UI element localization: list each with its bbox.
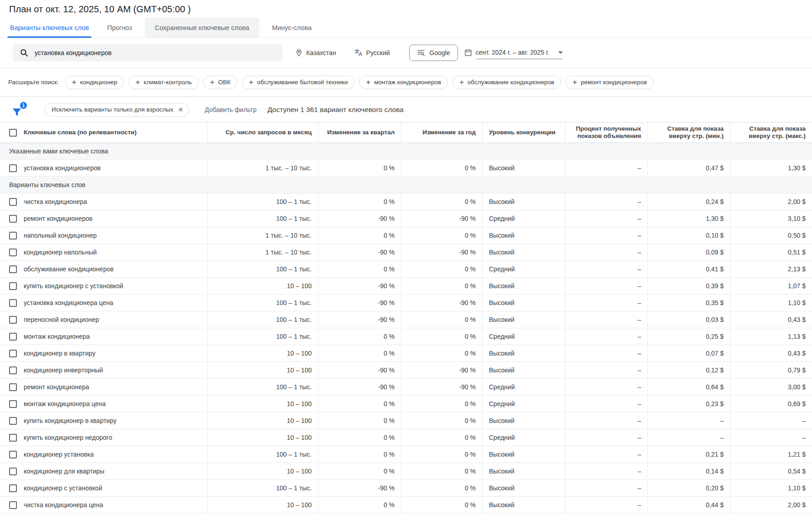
chip-label: ремонт кондиционеров (581, 79, 647, 86)
keyword-cell: установка кондиционера цена (0, 295, 207, 311)
cell-qoq: -90 % (318, 295, 401, 311)
table-row: купить кондиционер недорого10 – 1000 %0 … (0, 429, 812, 446)
cell-yoy: 0 % (401, 497, 482, 513)
language-label: Русский (366, 49, 390, 56)
keyword-text: чистка кондиционера цена (24, 501, 103, 509)
cell-yoy: 0 % (401, 345, 482, 361)
tab-keyword-ideas[interactable]: Варианты ключевых слов (7, 18, 92, 37)
header-bid-high[interactable]: Ставка для показа вверху стр. (макс.) (730, 122, 812, 142)
tab-saved-keywords[interactable]: Сохраненные ключевые слова (145, 18, 259, 37)
add-filter-button[interactable]: Добавить фильтр (205, 106, 257, 113)
keyword-cell: чистка кондиционера (0, 193, 207, 210)
keyword-cell: кондиционер в квартиру (0, 345, 207, 361)
table-header-row: Ключевые слова (по релевантности) Ср. чи… (0, 122, 812, 143)
header-volume[interactable]: Ср. число запросов в месяц (207, 122, 318, 142)
broaden-chip[interactable]: +обслуживание бытовой техники (242, 76, 355, 89)
header-quarterly-change[interactable]: Изменение за квартал (318, 122, 401, 142)
plus-icon: + (135, 78, 140, 86)
cell-yoy: 0 % (401, 446, 482, 463)
row-checkbox[interactable] (9, 215, 17, 223)
keyword-text: напольный кондиционер (24, 232, 97, 239)
broaden-chip[interactable]: +климат-контроль (128, 76, 198, 89)
network-selector[interactable]: Google (409, 45, 458, 61)
broaden-chip[interactable]: +кондиционер (65, 76, 124, 89)
row-checkbox[interactable] (9, 400, 17, 408)
language-selector[interactable]: Русский (355, 49, 390, 56)
cell-impr-share: – (565, 295, 648, 311)
table-row: переносной кондиционер100 – 1 тыс.-90 %0… (0, 311, 812, 328)
keyword-text: кондиционер установка (24, 451, 94, 458)
header-bid-low[interactable]: Ставка для показа вверху стр. (мин.) (648, 122, 730, 142)
cell-competition: Средний (482, 429, 565, 446)
cell-volume: 10 – 100 (207, 429, 318, 446)
cell-volume: 100 – 1 тыс. (207, 311, 318, 328)
row-checkbox[interactable] (9, 265, 17, 273)
row-checkbox[interactable] (9, 198, 17, 206)
broaden-chip[interactable]: +обслуживание кондиционеров (452, 76, 561, 89)
search-input[interactable]: установка кондиционеров (13, 44, 283, 61)
broaden-chip[interactable]: +ОВК (203, 76, 237, 89)
cell-impr-share: – (565, 278, 648, 294)
cell-volume: 10 – 100 (207, 497, 318, 513)
row-checkbox[interactable] (9, 232, 17, 239)
keyword-text: купить кондиционер с установкой (24, 282, 123, 290)
tab-forecast[interactable]: Прогноз (104, 18, 134, 37)
row-checkbox[interactable] (9, 383, 17, 391)
cell-yoy: -90 % (401, 362, 482, 378)
row-checkbox[interactable] (9, 164, 17, 172)
row-checkbox[interactable] (9, 434, 17, 442)
cell-bid-high: 1,10 $ (730, 295, 812, 311)
filter-funnel-button[interactable]: 1 (12, 102, 27, 117)
header-competition[interactable]: Уровень конкуренции (482, 122, 565, 142)
keyword-cell: монтаж кондиционера (0, 328, 207, 345)
row-checkbox[interactable] (9, 299, 17, 307)
row-checkbox[interactable] (9, 366, 17, 374)
chip-label: обслуживание кондиционеров (468, 79, 554, 86)
row-checkbox[interactable] (9, 468, 17, 475)
row-checkbox[interactable] (9, 484, 17, 492)
cell-competition: Средний (482, 210, 565, 227)
keyword-text: обслуживание кондиционеров (24, 265, 113, 273)
cell-bid-low: 0,35 $ (648, 295, 730, 311)
cell-volume: 1 тыс. – 10 тыс. (207, 244, 318, 260)
row-checkbox[interactable] (9, 282, 17, 290)
cell-qoq: 0 % (318, 160, 401, 176)
select-all-checkbox[interactable] (9, 129, 17, 137)
available-ideas-count: Доступен 1 361 вариант ключевого слова (267, 106, 404, 114)
header-impression-share[interactable]: Процент полученных показов объявления (565, 122, 648, 142)
row-checkbox[interactable] (9, 249, 17, 256)
cell-competition: Высокий (482, 193, 565, 210)
cell-bid-low: 0,07 $ (648, 345, 730, 361)
cell-competition: Высокий (482, 362, 565, 378)
broaden-chip[interactable]: +ремонт кондиционеров (565, 76, 654, 89)
cell-qoq: 0 % (318, 396, 401, 412)
row-checkbox[interactable] (9, 333, 17, 341)
filter-count-badge: 1 (20, 102, 27, 109)
cell-volume: 100 – 1 тыс. (207, 210, 318, 227)
section-header-row: Варианты ключевых слов (0, 177, 812, 193)
row-checkbox[interactable] (9, 316, 17, 324)
cell-impr-share: – (565, 396, 648, 412)
keyword-cell: переносной кондиционер (0, 311, 207, 328)
cell-qoq: -90 % (318, 379, 401, 395)
cell-bid-low: – (648, 412, 730, 429)
tab-negative-keywords[interactable]: Минус-слова (269, 18, 314, 37)
row-checkbox[interactable] (9, 417, 17, 425)
cell-bid-high: 1,21 $ (730, 446, 812, 463)
cell-yoy: 0 % (401, 160, 482, 176)
close-icon[interactable]: ✕ (178, 106, 184, 113)
cell-bid-low: 0,41 $ (648, 261, 730, 277)
cell-volume: 100 – 1 тыс. (207, 328, 318, 345)
active-filter-chip[interactable]: Исключить варианты только для взрослых ✕ (45, 103, 189, 117)
date-range-label: сент. 2024 г. – авг. 2025 г. (476, 49, 550, 56)
row-checkbox[interactable] (9, 451, 17, 458)
cell-impr-share: – (565, 446, 648, 463)
cell-bid-low: 0,21 $ (648, 446, 730, 463)
row-checkbox[interactable] (9, 501, 17, 509)
row-checkbox[interactable] (9, 350, 17, 357)
broaden-chip[interactable]: +монтаж кондиционеров (359, 76, 448, 89)
location-selector[interactable]: Казахстан (295, 49, 336, 56)
cell-competition: Средний (482, 396, 565, 412)
header-yearly-change[interactable]: Изменение за год (401, 122, 482, 142)
date-range-selector[interactable]: сент. 2024 г. – авг. 2025 г. (464, 46, 563, 59)
